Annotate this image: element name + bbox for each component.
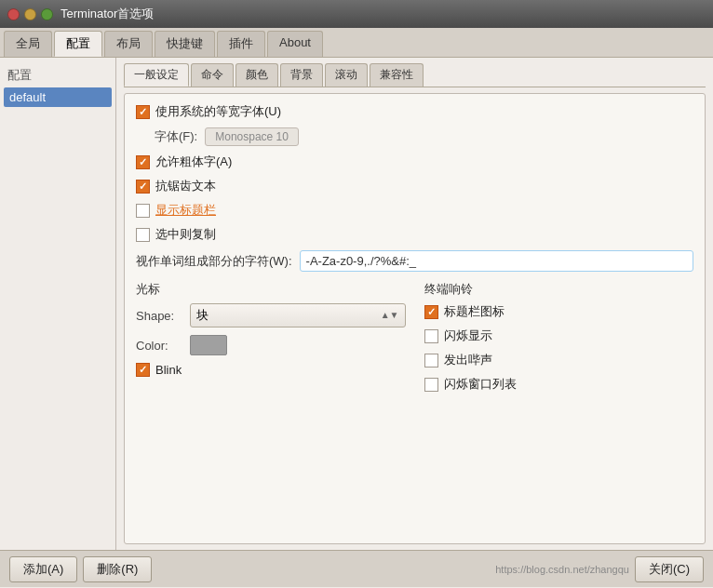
cursor-shape-value: 块 [196,307,209,324]
beep-label[interactable]: 发出哔声 [444,352,492,368]
cursor-color-picker[interactable] [190,335,227,355]
cursor-section-title: 光标 [136,281,406,298]
main-layout: 配置 default 一般设定 命令 颜色 背景 滚动 兼容性 使用系统的等宽字… [0,58,713,550]
sidebar: 配置 default [0,58,116,550]
bottom-right: https://blog.csdn.net/zhangqu 关闭(C) [495,556,704,582]
bell-section-title: 终端响铃 [424,281,694,298]
two-column-section: 光标 Shape: 块 ▲▼ Color: [136,281,693,400]
titlebar-icon-label[interactable]: 标题栏图标 [444,303,504,320]
add-button[interactable]: 添加(A) [9,556,77,582]
top-tabs: 全局 配置 布局 快捷键 插件 About [0,28,713,58]
inner-tab-color[interactable]: 颜色 [235,63,278,87]
flash-display-label[interactable]: 闪烁显示 [444,327,492,344]
show-titlebar-row: 显示标题栏 [136,202,693,219]
tab-plugins[interactable]: 插件 [217,31,265,57]
copy-on-select-label[interactable]: 选中则复制 [155,226,216,243]
bottom-bar: 添加(A) 删除(R) https://blog.csdn.net/zhangq… [0,550,713,587]
copy-on-select-checkbox[interactable] [136,228,150,242]
bell-column: 终端响铃 标题栏图标 闪烁显示 发出哔声 [424,281,694,400]
inner-tab-scroll[interactable]: 滚动 [325,63,368,87]
cursor-blink-checkbox[interactable] [136,363,150,377]
tab-layout[interactable]: 布局 [104,31,153,57]
flash-display-checkbox[interactable] [424,329,438,343]
use-system-font-row: 使用系统的等宽字体(U) [136,103,693,120]
close-window-button[interactable] [7,8,20,20]
antialias-label[interactable]: 抗锯齿文本 [155,178,216,194]
cursor-blink-label[interactable]: Blink [155,363,182,377]
tab-global[interactable]: 全局 [4,31,52,57]
inner-tab-compat[interactable]: 兼容性 [370,63,424,87]
use-system-font-checkbox[interactable] [136,105,150,119]
minimize-window-button[interactable] [24,8,36,20]
cursor-blink-row: Blink [136,363,406,377]
cursor-color-label: Color: [136,339,182,353]
bottom-left-buttons: 添加(A) 删除(R) [9,556,152,582]
cursor-column: 光标 Shape: 块 ▲▼ Color: [136,281,406,400]
allow-bold-checkbox[interactable] [136,155,150,169]
titlebar-icon-checkbox[interactable] [424,305,438,319]
titlebar: Terminator首选项 [0,0,713,28]
copy-on-select-row: 选中则复制 [136,226,693,243]
inner-tab-general[interactable]: 一般设定 [124,63,189,87]
show-titlebar-checkbox[interactable] [136,204,150,218]
beep-row: 发出哔声 [424,352,694,368]
show-titlebar-label[interactable]: 显示标题栏 [155,202,216,219]
flash-display-row: 闪烁显示 [424,327,694,344]
cursor-shape-row: Shape: 块 ▲▼ [136,303,406,327]
cursor-shape-label: Shape: [136,309,182,323]
beep-checkbox[interactable] [424,354,438,368]
antialias-checkbox[interactable] [136,180,150,194]
flash-taskbar-row: 闪烁窗口列表 [424,376,694,393]
allow-bold-label[interactable]: 允许粗体字(A) [155,154,232,170]
inner-tab-background[interactable]: 背景 [280,63,323,87]
inner-tabs: 一般设定 命令 颜色 背景 滚动 兼容性 [124,63,706,87]
flash-taskbar-label[interactable]: 闪烁窗口列表 [444,376,517,393]
font-label: 字体(F): [155,128,197,145]
antialias-row: 抗锯齿文本 [136,178,693,194]
watermark-text: https://blog.csdn.net/zhangqu [495,564,629,575]
sidebar-item-default[interactable]: default [4,87,112,107]
titlebar-icon-row: 标题栏图标 [424,303,694,320]
inner-tab-command[interactable]: 命令 [191,63,234,87]
allow-bold-row: 允许粗体字(A) [136,154,693,170]
maximize-window-button[interactable] [41,8,53,20]
tab-about[interactable]: About [267,31,323,57]
flash-taskbar-checkbox[interactable] [424,378,438,392]
tab-shortcuts[interactable]: 快捷键 [155,31,215,57]
cursor-shape-select[interactable]: 块 ▲▼ [190,303,406,327]
delete-button[interactable]: 删除(R) [83,556,152,582]
word-chars-input[interactable] [300,250,693,272]
use-system-font-label[interactable]: 使用系统的等宽字体(U) [155,103,281,120]
titlebar-buttons [7,8,53,20]
window-title: Terminator首选项 [61,6,154,22]
sidebar-section-label: 配置 [0,65,115,87]
font-display: Monospace 10 [205,127,299,146]
word-chars-row: 视作单词组成部分的字符(W): [136,250,693,272]
close-button[interactable]: 关闭(C) [635,556,704,582]
tab-config[interactable]: 配置 [54,31,102,57]
settings-panel: 使用系统的等宽字体(U) 字体(F): Monospace 10 允许粗体字(A… [124,93,706,544]
content-area: 一般设定 命令 颜色 背景 滚动 兼容性 使用系统的等宽字体(U) 字体(F):… [116,58,713,550]
word-chars-label: 视作单词组成部分的字符(W): [136,253,292,270]
cursor-color-row: Color: [136,335,406,355]
select-arrow-icon: ▲▼ [381,311,399,320]
font-row: 字体(F): Monospace 10 [155,127,693,146]
